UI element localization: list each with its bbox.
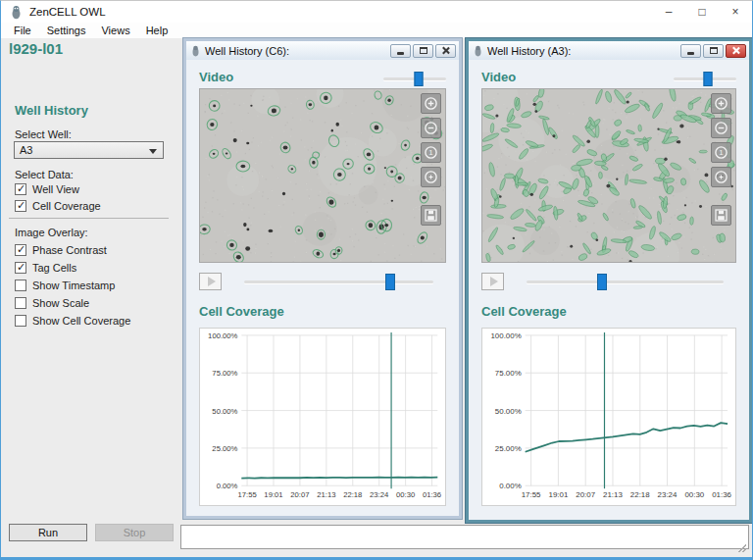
video-position-slider[interactable] bbox=[244, 274, 433, 290]
child-maximize-button[interactable] bbox=[413, 44, 433, 58]
selected-well-value: A3 bbox=[20, 144, 32, 156]
center-view-button[interactable] bbox=[711, 167, 731, 187]
center-view-button[interactable] bbox=[421, 167, 441, 187]
svg-text:100.00%: 100.00% bbox=[208, 331, 237, 340]
stop-button[interactable]: Stop bbox=[95, 524, 174, 541]
svg-text:50.00%: 50.00% bbox=[495, 407, 522, 416]
checkbox-box[interactable] bbox=[15, 262, 26, 274]
slider-track[interactable] bbox=[244, 280, 433, 283]
checkbox-show-timestamp[interactable]: Show Timestamp bbox=[15, 279, 115, 292]
zoom-in-button[interactable] bbox=[711, 93, 731, 114]
checkbox-box[interactable] bbox=[15, 183, 26, 195]
resize-grip[interactable] bbox=[738, 544, 746, 552]
checkbox-show-cell-coverage[interactable]: Show Cell Coverage bbox=[15, 314, 130, 328]
playback-row bbox=[481, 272, 736, 293]
zoom-in-icon bbox=[714, 96, 728, 111]
minimize-button[interactable]: – bbox=[652, 1, 685, 23]
zoom-out-icon bbox=[424, 121, 438, 135]
svg-text:01:36: 01:36 bbox=[423, 490, 441, 499]
child-titlebar[interactable]: Well History (A3): bbox=[469, 41, 749, 60]
well-history-window-c6: Well History (C6): Video bbox=[183, 38, 462, 519]
checkbox-box[interactable] bbox=[15, 200, 26, 212]
menu-help[interactable]: Help bbox=[139, 24, 176, 37]
zoom-100-button[interactable]: 1 bbox=[711, 142, 731, 163]
select-well-label: Select Well: bbox=[15, 128, 72, 140]
app-title: ZenCELL OWL bbox=[29, 6, 106, 18]
checkbox-box[interactable] bbox=[15, 244, 26, 256]
well-history-heading: Well History bbox=[15, 103, 88, 118]
menu-settings[interactable]: Settings bbox=[40, 24, 93, 37]
child-close-button[interactable] bbox=[435, 44, 456, 58]
svg-text:01:36: 01:36 bbox=[712, 490, 731, 499]
svg-text:1: 1 bbox=[719, 148, 724, 157]
cell-coverage-chart[interactable]: 100.00%75.00%50.00%25.00%0.00%17:5519:01… bbox=[199, 328, 446, 506]
checkbox-box[interactable] bbox=[15, 297, 26, 309]
menu-views[interactable]: Views bbox=[94, 24, 136, 37]
close-button[interactable]: × bbox=[719, 1, 752, 23]
child-window-title: Well History (A3): bbox=[487, 45, 571, 57]
svg-text:19:01: 19:01 bbox=[264, 490, 282, 499]
run-button[interactable]: Run bbox=[9, 524, 87, 541]
slider-thumb[interactable] bbox=[414, 72, 423, 86]
slider-thumb[interactable] bbox=[597, 274, 607, 290]
video-position-slider[interactable] bbox=[527, 274, 724, 290]
child-maximize-button[interactable] bbox=[703, 44, 724, 58]
svg-text:17:55: 17:55 bbox=[237, 490, 257, 499]
svg-text:17:55: 17:55 bbox=[522, 490, 541, 499]
status-log[interactable] bbox=[180, 525, 749, 549]
zoom-out-button[interactable] bbox=[421, 118, 441, 138]
menu-bar: File Settings Views Help bbox=[1, 23, 752, 38]
svg-text:75.00%: 75.00% bbox=[212, 369, 237, 378]
svg-text:23:24: 23:24 bbox=[370, 490, 389, 499]
minimize-icon bbox=[687, 52, 694, 55]
svg-text:00:30: 00:30 bbox=[396, 490, 416, 499]
video-toolbar: 1 bbox=[421, 93, 441, 226]
slider-thumb[interactable] bbox=[385, 274, 395, 290]
play-button[interactable] bbox=[199, 273, 222, 290]
checkbox-phase-contrast[interactable]: Phase Contrast bbox=[15, 243, 107, 257]
well-select-dropdown[interactable]: A3 bbox=[14, 141, 164, 159]
well-video: 1 bbox=[199, 88, 446, 263]
save-image-button[interactable] bbox=[421, 205, 441, 226]
checkbox-box[interactable] bbox=[15, 315, 26, 327]
checkbox-well-view[interactable]: Well View bbox=[15, 182, 79, 196]
slider-track[interactable] bbox=[527, 280, 724, 283]
svg-text:22:18: 22:18 bbox=[343, 490, 362, 499]
menu-file[interactable]: File bbox=[7, 24, 38, 37]
child-window-body: Video 1 bbox=[186, 60, 459, 516]
save-icon bbox=[424, 208, 438, 223]
video-speed-slider[interactable] bbox=[674, 72, 736, 86]
checkbox-tag-cells[interactable]: Tag Cells bbox=[15, 261, 76, 275]
save-image-button[interactable] bbox=[711, 205, 731, 226]
video-heading: Video bbox=[481, 70, 516, 84]
play-button[interactable] bbox=[481, 273, 504, 290]
chevron-down-icon bbox=[149, 149, 157, 154]
svg-text:22:18: 22:18 bbox=[630, 490, 650, 499]
sidebar: l929-l01 Well History Select Well: A3 Se… bbox=[1, 38, 178, 557]
child-titlebar[interactable]: Well History (C6): bbox=[186, 41, 459, 60]
image-overlay-label: Image Overlay: bbox=[15, 227, 88, 238]
crosshair-icon bbox=[714, 170, 728, 184]
zoom-out-button[interactable] bbox=[711, 118, 731, 138]
svg-text:20:07: 20:07 bbox=[576, 490, 595, 499]
select-data-label: Select Data: bbox=[15, 169, 74, 180]
video-speed-slider[interactable] bbox=[383, 72, 446, 86]
checkbox-box[interactable] bbox=[15, 280, 26, 291]
cell-coverage-chart[interactable]: 100.00%75.00%50.00%25.00%0.00%17:5519:01… bbox=[481, 328, 736, 506]
maximize-icon bbox=[420, 47, 427, 54]
svg-text:75.00%: 75.00% bbox=[495, 369, 522, 378]
child-close-button[interactable] bbox=[726, 44, 746, 58]
maximize-icon bbox=[710, 47, 718, 54]
checkbox-cell-coverage[interactable]: Cell Coverage bbox=[15, 199, 101, 213]
child-minimize-button[interactable] bbox=[680, 44, 701, 58]
slider-thumb[interactable] bbox=[704, 72, 713, 86]
maximize-button[interactable]: □ bbox=[685, 1, 719, 23]
crosshair-icon bbox=[424, 170, 438, 184]
sidebar-divider bbox=[9, 218, 169, 219]
zoom-100-button[interactable]: 1 bbox=[421, 142, 441, 163]
checkbox-show-scale[interactable]: Show Scale bbox=[15, 296, 89, 310]
zoom-in-button[interactable] bbox=[421, 93, 441, 114]
svg-text:21:13: 21:13 bbox=[603, 490, 623, 499]
child-minimize-button[interactable] bbox=[390, 44, 411, 58]
video-toolbar: 1 bbox=[711, 93, 731, 226]
